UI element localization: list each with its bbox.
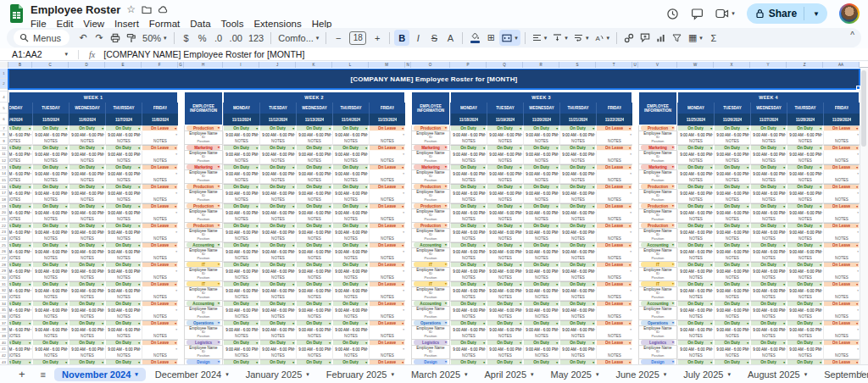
shift-time-cell[interactable]: 9:00 AM - 6:00 PM▾ xyxy=(714,229,750,236)
status-cell[interactable]: On Duty▾ xyxy=(105,164,142,170)
notes-cell[interactable]: NOTES xyxy=(69,138,105,145)
shift-time-cell[interactable]: 9:00 AM - 6:00 PM▾ xyxy=(259,326,296,333)
shift-time-cell[interactable]: ▾ xyxy=(142,151,178,158)
shift-time-cell[interactable]: ▾ xyxy=(596,151,632,158)
day-header-cell[interactable]: TUESDAY xyxy=(259,103,296,114)
status-cell[interactable]: On Leave▾ xyxy=(596,184,632,190)
employee-card-cell[interactable]: Employee NameIDPosition xyxy=(184,268,223,281)
sheet-tab-may-2025[interactable]: May 2025▾ xyxy=(543,368,607,381)
row-header-33[interactable]: 33 xyxy=(0,294,8,301)
shift-time-cell[interactable]: 9:00 AM - 6:00 PM▾ xyxy=(487,268,523,275)
shift-time-cell[interactable]: ▾ xyxy=(823,229,860,236)
sheet-tab-june-2025[interactable]: June 2025▾ xyxy=(608,368,674,381)
notes-cell[interactable]: NOTES xyxy=(523,255,559,262)
shift-time-cell[interactable]: 9:00 AM - 6:00 PM▾ xyxy=(223,170,259,177)
sheet-tab-menu-icon[interactable]: ▾ xyxy=(664,371,667,378)
notes-cell[interactable]: NOTES xyxy=(32,216,69,223)
shift-time-cell[interactable]: 9:00 AM - 6:00 PM▾ xyxy=(69,151,105,158)
shift-time-cell[interactable]: 9:00 AM - 6:00 PM▾ xyxy=(714,268,750,275)
employee-card-cell[interactable]: Employee NameIDPosition xyxy=(638,248,677,262)
row-header-1[interactable]: 1 xyxy=(0,69,8,79)
notes-cell[interactable]: NOTES xyxy=(296,197,332,203)
status-cell[interactable]: On Duty▾ xyxy=(332,242,369,248)
employee-card-cell[interactable]: Employee NameIDPosition xyxy=(638,287,677,301)
shift-time-cell[interactable]: 9:00 AM - 6:00 PM▾ xyxy=(296,307,332,314)
shift-time-cell[interactable]: 9:00 AM - 6:00 PM▾ xyxy=(559,170,596,177)
notes-cell[interactable]: NOTES xyxy=(596,275,632,281)
shift-time-cell[interactable]: ▾ xyxy=(369,151,405,158)
shift-time-cell[interactable]: 9:00 AM - 6:00 PM▾ xyxy=(8,326,32,333)
notes-cell[interactable]: NOTES xyxy=(559,138,596,145)
shift-time-cell[interactable]: 9:00 AM - 6:00 PM▾ xyxy=(450,170,487,177)
shift-time-cell[interactable]: 9:00 AM - 6:00 PM▾ xyxy=(296,209,332,216)
notes-cell[interactable]: NOTES xyxy=(105,236,142,242)
employee-card-cell[interactable]: Employee NameIDPosition xyxy=(638,326,677,340)
status-cell[interactable]: On Leave▾ xyxy=(142,184,178,190)
notes-cell[interactable]: NOTES xyxy=(369,314,405,320)
status-cell[interactable]: On Duty▾ xyxy=(677,301,714,307)
spreadsheet-grid[interactable]: 1245678910111213141516171819202122232425… xyxy=(0,69,868,364)
notes-cell[interactable]: NOTES xyxy=(677,236,714,242)
department-chip[interactable]: Accounting▾ xyxy=(414,301,448,306)
status-cell[interactable]: On Duty▾ xyxy=(105,242,142,248)
status-cell[interactable]: On Duty▾ xyxy=(559,320,596,326)
notes-cell[interactable]: NOTES xyxy=(105,333,142,340)
department-chip[interactable]: Logistics▾ xyxy=(641,340,675,345)
day-header-cell[interactable]: THURSDAY xyxy=(559,103,596,114)
cloud-saved-icon[interactable] xyxy=(158,5,169,14)
notes-cell[interactable]: NOTES xyxy=(369,177,405,184)
status-cell[interactable]: On Duty▾ xyxy=(105,125,142,131)
row-header-35[interactable]: 35 xyxy=(0,307,8,314)
department-chip[interactable]: Marketing▾ xyxy=(414,164,448,169)
sheet-tab-menu-icon[interactable]: ▾ xyxy=(804,371,808,378)
notes-cell[interactable]: NOTES xyxy=(223,236,259,242)
font-size-input[interactable]: 18 xyxy=(347,30,369,46)
shift-time-cell[interactable]: 9:00 AM - 6:00 PM▾ xyxy=(332,307,369,314)
status-cell[interactable]: On Duty▾ xyxy=(332,164,369,170)
shift-time-cell[interactable]: 9:00 AM - 6:00 PM▾ xyxy=(750,170,787,177)
sheet-tab-menu-icon[interactable]: ▾ xyxy=(727,371,731,378)
status-cell[interactable]: On Duty▾ xyxy=(787,301,823,307)
status-cell[interactable]: On Duty▾ xyxy=(32,340,69,346)
notes-cell[interactable]: NOTES xyxy=(32,177,69,184)
all-sheets-icon[interactable]: ≡ xyxy=(34,369,53,380)
shift-time-cell[interactable]: 9:00 AM - 6:00 PM▾ xyxy=(750,229,787,236)
shift-time-cell[interactable]: 9:00 AM - 6:00 PM▾ xyxy=(487,190,523,197)
row-header-25[interactable]: 25 xyxy=(0,242,8,248)
shift-time-cell[interactable]: 9:00 AM - 6:00 PM▾ xyxy=(750,346,787,352)
notes-cell[interactable]: NOTES xyxy=(559,294,596,301)
row-header-16[interactable]: 16 xyxy=(0,184,8,190)
notes-cell[interactable]: NOTES xyxy=(32,352,69,359)
shift-time-cell[interactable]: 9:00 AM - 6:00 PM▾ xyxy=(487,151,523,158)
notes-cell[interactable]: NOTES xyxy=(559,333,596,340)
shift-time-cell[interactable]: 9:00 AM - 6:00 PM▾ xyxy=(32,131,69,138)
shift-time-cell[interactable]: 9:00 AM - 6:00 PM▾ xyxy=(8,248,32,255)
notes-cell[interactable]: NOTES xyxy=(596,352,632,359)
row-header-30[interactable]: 30 xyxy=(0,275,8,281)
shift-time-cell[interactable]: ▾ xyxy=(823,170,860,177)
employee-card-cell[interactable]: Employee NameIDPosition xyxy=(638,170,677,184)
department-chip[interactable]: Production▾ xyxy=(641,223,675,228)
status-cell[interactable]: On Leave▾ xyxy=(596,203,632,209)
notes-cell[interactable]: NOTES xyxy=(750,197,787,203)
status-cell[interactable]: On Duty▾ xyxy=(787,203,823,209)
shift-time-cell[interactable]: 9:00 AM - 6:00 PM▾ xyxy=(69,170,105,177)
sheet-tab-menu-icon[interactable]: ▾ xyxy=(596,371,599,378)
status-cell[interactable]: On Duty▾ xyxy=(223,125,259,131)
status-cell[interactable]: On Duty▾ xyxy=(223,145,259,151)
notes-cell[interactable]: NOTES xyxy=(823,275,860,281)
department-chip[interactable]: Production▾ xyxy=(641,125,675,130)
status-cell[interactable]: On Duty▾ xyxy=(450,340,487,346)
row-header-42[interactable]: 42 xyxy=(0,352,8,359)
notes-cell[interactable]: NOTES xyxy=(787,294,823,301)
print-icon[interactable] xyxy=(108,30,123,46)
notes-cell[interactable]: NOTES xyxy=(223,333,259,340)
shift-time-cell[interactable]: ▾ xyxy=(596,326,632,333)
status-cell[interactable]: On Duty▾ xyxy=(677,203,714,209)
shift-time-cell[interactable]: 9:00 AM - 6:00 PM▾ xyxy=(105,248,142,255)
department-chip[interactable]: Marketing▾ xyxy=(186,145,220,150)
status-cell[interactable]: On Duty▾ xyxy=(523,262,559,268)
notes-cell[interactable]: NOTES xyxy=(142,236,178,242)
status-cell[interactable]: On Leave▾ xyxy=(142,145,178,151)
column-header-F[interactable]: F xyxy=(142,62,178,68)
